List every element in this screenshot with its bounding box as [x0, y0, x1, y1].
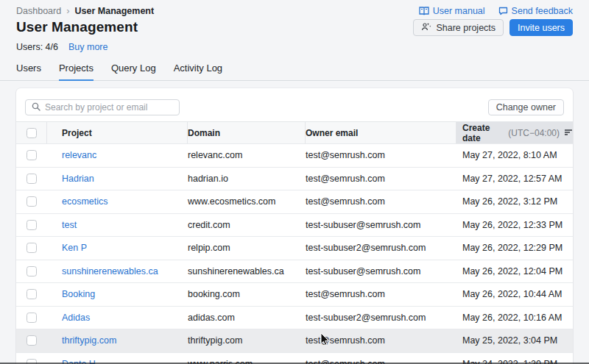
table-body: relevanc relevanc.com test@semrush.com M…: [16, 143, 573, 364]
row-checkbox[interactable]: [27, 313, 37, 323]
domain-cell: credit.com: [188, 220, 306, 230]
domain-cell: www.ecosmetics.com: [188, 196, 306, 207]
column-header-create-date[interactable]: Create date (UTC−04:00): [456, 122, 573, 143]
create-date-cell: May 26, 2022, 10:44 AM: [456, 289, 573, 299]
create-date-cell: May 26, 2022, 12:04 PM: [456, 266, 573, 276]
tab-query-log[interactable]: Query Log: [111, 63, 156, 81]
domain-cell: booking.com: [188, 289, 306, 299]
column-header-project[interactable]: Project: [47, 122, 188, 143]
project-link[interactable]: Adidas: [62, 313, 90, 323]
users-count: Users: 4/6: [16, 42, 58, 52]
select-all-checkbox[interactable]: [27, 128, 37, 138]
create-date-cell: May 26, 2022, 12:33 PM: [456, 220, 573, 230]
table-row[interactable]: relevanc relevanc.com test@semrush.com M…: [16, 143, 573, 167]
row-checkbox[interactable]: [27, 174, 37, 184]
breadcrumb: Dashboard › User Management: [16, 6, 154, 16]
domain-cell: thriftypig.com: [188, 335, 306, 346]
create-date-cell: May 26, 2022, 12:29 PM: [456, 243, 573, 253]
domain-cell: relevanc.com: [188, 150, 306, 160]
owner-email-cell: test-subuser@semrush.com: [306, 220, 456, 230]
project-link[interactable]: relevanc: [62, 150, 96, 160]
create-date-cell: May 27, 2022, 8:10 AM: [456, 150, 573, 160]
change-owner-label: Change owner: [496, 102, 556, 113]
table-row[interactable]: Ken P relpip.com test-subuser2@semrush.c…: [16, 236, 573, 260]
domain-cell: sunshinerenewables.ca: [188, 266, 306, 276]
table-row[interactable]: Booking booking.com test@semrush.com May…: [16, 282, 573, 306]
owner-email-cell: test@semrush.com: [306, 335, 456, 346]
owner-email-cell: test@semrush.com: [306, 150, 456, 160]
table-row[interactable]: Adidas adidas.com test-subuser2@semrush.…: [16, 306, 573, 329]
create-date-cell: May 26, 2022, 3:12 PM: [456, 196, 573, 207]
table-row[interactable]: Hadrian hadrian.io test@semrush.com May …: [16, 167, 573, 190]
row-checkbox[interactable]: [27, 243, 37, 253]
create-date-cell: May 25, 2022, 3:04 PM: [456, 335, 573, 346]
project-link[interactable]: thriftypig.com: [62, 335, 116, 346]
projects-panel: Change owner Project Domain Owner email …: [16, 88, 573, 364]
breadcrumb-chevron-icon: ›: [66, 6, 69, 15]
table-row[interactable]: test credit.com test-subuser@semrush.com…: [16, 213, 573, 237]
user-manual-label: User manual: [433, 6, 485, 16]
project-link[interactable]: sunshinerenewables.ca: [62, 266, 158, 276]
search-icon: [32, 101, 40, 114]
project-link[interactable]: test: [62, 220, 77, 230]
create-date-label: Create date: [462, 123, 505, 143]
create-date-cell: May 27, 2022, 12:57 AM: [456, 174, 573, 184]
owner-email-cell: test@semrush.com: [306, 174, 456, 184]
row-checkbox[interactable]: [27, 289, 37, 299]
row-checkbox[interactable]: [27, 220, 37, 230]
owner-email-cell: test-subuser2@semrush.com: [306, 313, 456, 323]
domain-cell: relpip.com: [188, 243, 306, 253]
project-link[interactable]: Ken P: [62, 243, 87, 253]
tab-projects[interactable]: Projects: [59, 63, 94, 81]
table-header-row: Project Domain Owner email Create date (…: [16, 121, 573, 143]
sort-descending-icon[interactable]: [564, 128, 573, 138]
invite-users-button[interactable]: Invite users: [509, 19, 573, 36]
share-projects-label: Share projects: [436, 23, 495, 33]
share-projects-button[interactable]: Share projects: [413, 19, 504, 36]
table-row[interactable]: sunshinerenewables.ca sunshinerenewables…: [16, 260, 573, 283]
create-date-cell: May 26, 2022, 10:16 AM: [456, 313, 573, 323]
tab-activity-log[interactable]: Activity Log: [174, 63, 222, 81]
invite-users-label: Invite users: [518, 23, 565, 33]
send-feedback-label: Send feedback: [512, 6, 573, 16]
owner-email-cell: test@semrush.com: [306, 196, 456, 207]
table-row[interactable]: thriftypig.com thriftypig.com test@semru…: [16, 329, 573, 352]
breadcrumb-dashboard[interactable]: Dashboard: [16, 6, 61, 16]
column-header-domain[interactable]: Domain: [188, 122, 306, 143]
share-projects-people-icon: [421, 22, 431, 33]
project-link[interactable]: Booking: [62, 289, 95, 299]
send-feedback-bubble-icon: [498, 7, 508, 15]
owner-email-cell: test@semrush.com: [306, 289, 456, 299]
domain-cell: hadrian.io: [188, 174, 306, 184]
table-row[interactable]: ecosmetics www.ecosmetics.com test@semru…: [16, 190, 573, 213]
user-manual-link[interactable]: User manual: [419, 6, 485, 16]
project-link[interactable]: Hadrian: [62, 174, 94, 184]
row-checkbox[interactable]: [27, 150, 37, 160]
search-input[interactable]: [45, 102, 173, 113]
row-checkbox[interactable]: [27, 335, 37, 346]
row-checkbox[interactable]: [27, 196, 37, 207]
owner-email-cell: test-subuser@semrush.com: [306, 266, 456, 276]
top-header: Dashboard › User Management User manual …: [0, 0, 589, 81]
create-date-timezone: (UTC−04:00): [508, 128, 560, 138]
owner-email-cell: test-subuser2@semrush.com: [306, 243, 456, 253]
send-feedback-link[interactable]: Send feedback: [498, 6, 573, 16]
column-header-owner-email[interactable]: Owner email: [306, 122, 456, 143]
tab-users[interactable]: Users: [16, 63, 41, 81]
breadcrumb-current: User Management: [75, 6, 155, 16]
row-checkbox[interactable]: [27, 266, 37, 276]
projects-table: Project Domain Owner email Create date (…: [16, 121, 573, 364]
user-manual-book-icon: [419, 7, 429, 15]
domain-cell: adidas.com: [188, 313, 306, 323]
project-link[interactable]: ecosmetics: [62, 196, 108, 207]
change-owner-button[interactable]: Change owner: [488, 99, 564, 115]
buy-more-link[interactable]: Buy more: [68, 42, 108, 52]
tab-bar: Users Projects Query Log Activity Log: [16, 63, 573, 81]
search-box[interactable]: [25, 99, 180, 115]
page-title: User Management: [16, 19, 138, 35]
